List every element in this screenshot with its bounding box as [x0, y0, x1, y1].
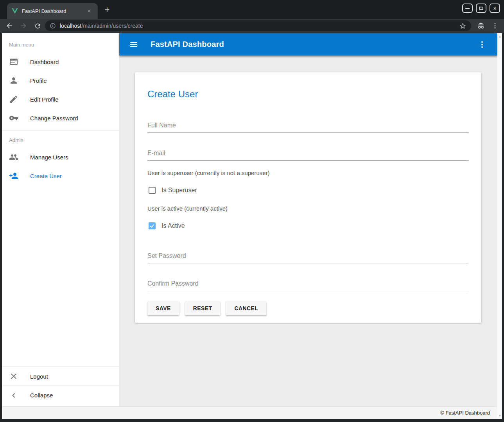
- sidebar-item-change-password[interactable]: Change Password: [2, 109, 119, 127]
- sidebar-item-create-user[interactable]: Create User: [2, 166, 119, 185]
- checkbox-label: Is Active: [161, 222, 185, 229]
- tab-close-icon[interactable]: ×: [85, 7, 93, 15]
- back-icon[interactable]: [5, 21, 14, 30]
- app-bar: FastAPI Dashboard: [119, 33, 497, 55]
- page-footer: © FastAPI Dashboard: [2, 406, 497, 419]
- person-add-icon: [9, 171, 18, 181]
- new-tab-button[interactable]: +: [102, 5, 113, 16]
- copyright-text: © FastAPI Dashboard: [440, 410, 490, 416]
- sidebar-item-label: Create User: [30, 173, 62, 179]
- page-info-icon[interactable]: [50, 23, 56, 29]
- sidebar-item-label: Dashboard: [30, 59, 59, 65]
- sidebar-bottom: Logout Collapse: [2, 367, 119, 406]
- checkbox-checked-icon[interactable]: [149, 222, 156, 229]
- sidebar-section-label-main-menu: Main menu: [2, 33, 119, 52]
- checkbox-label: Is Superuser: [161, 187, 197, 194]
- minimize-button[interactable]: [462, 4, 473, 13]
- maximize-button[interactable]: [476, 4, 486, 13]
- sidebar-item-manage-users[interactable]: Manage Users: [2, 148, 119, 166]
- incognito-icon: [477, 21, 485, 30]
- sidebar-menu: Main menu Dashboard Profile: [2, 33, 119, 367]
- bookmark-star-icon[interactable]: [459, 22, 466, 30]
- vertical-scrollbar[interactable]: ▲ ▼: [497, 33, 502, 419]
- people-icon: [9, 152, 18, 162]
- forward-icon[interactable]: [19, 21, 28, 30]
- is-superuser-checkbox[interactable]: Is Superuser: [147, 187, 469, 194]
- is-active-checkbox[interactable]: Is Active: [147, 222, 469, 229]
- browser-tab[interactable]: FastAPI Dashboard ×: [7, 3, 98, 19]
- checkbox-unchecked-icon[interactable]: [149, 187, 156, 194]
- page-title: Create User: [147, 89, 469, 100]
- sidebar-item-label: Change Password: [30, 115, 78, 122]
- sidebar-item-label: Edit Profile: [30, 96, 59, 103]
- sidebar-item-collapse[interactable]: Collapse: [2, 386, 119, 404]
- sidebar-item-dashboard[interactable]: Dashboard: [2, 52, 119, 71]
- scroll-down-arrow-icon[interactable]: ▼: [497, 413, 502, 418]
- sidebar-item-edit-profile[interactable]: Edit Profile: [2, 90, 119, 109]
- sidebar-item-profile[interactable]: Profile: [2, 71, 119, 90]
- hamburger-menu-icon[interactable]: [129, 40, 138, 49]
- browser-window: FastAPI Dashboard × + ×: [0, 0, 504, 422]
- sidebar-item-label: Collapse: [30, 392, 53, 399]
- url-host: localhost: [60, 23, 81, 29]
- tab-title: FastAPI Dashboard: [22, 8, 85, 14]
- browser-menu-icon[interactable]: [491, 22, 499, 29]
- create-user-card: Create User User is superuser (currently…: [135, 72, 481, 323]
- dashboard-icon: [9, 57, 18, 66]
- window-controls: ×: [462, 4, 500, 13]
- app-bar-kebab-menu-icon[interactable]: [477, 40, 487, 49]
- url-text[interactable]: localhost/main/admin/users/create: [60, 23, 459, 29]
- person-icon: [9, 76, 18, 85]
- browser-toolbar: localhost/main/admin/users/create: [0, 19, 504, 33]
- confirm-password-field[interactable]: [147, 278, 469, 291]
- pencil-icon: [9, 95, 18, 104]
- vue-favicon-icon: [12, 8, 18, 14]
- close-icon: [9, 372, 18, 381]
- sidebar-item-label: Logout: [30, 373, 48, 380]
- save-button[interactable]: SAVE: [147, 301, 179, 315]
- form-buttons: SAVE RESET CANCEL: [147, 301, 469, 315]
- set-password-field[interactable]: [147, 250, 469, 263]
- sidebar-item-label: Manage Users: [30, 154, 68, 161]
- browser-tab-strip: FastAPI Dashboard × + ×: [0, 0, 504, 19]
- address-bar[interactable]: localhost/main/admin/users/create: [45, 20, 471, 31]
- app-bar-title: FastAPI Dashboard: [151, 40, 224, 49]
- reload-icon[interactable]: [33, 21, 42, 30]
- full-name-field[interactable]: [147, 120, 469, 133]
- close-window-button[interactable]: ×: [490, 4, 500, 13]
- superuser-hint: User is superuser (currently is not a su…: [147, 170, 469, 176]
- scroll-up-arrow-icon[interactable]: ▲: [497, 34, 502, 39]
- reset-button[interactable]: RESET: [185, 301, 221, 315]
- sidebar: Main menu Dashboard Profile: [2, 33, 119, 406]
- active-hint: User is active (currently active): [147, 205, 469, 212]
- key-icon: [9, 113, 18, 123]
- page-body: Main menu Dashboard Profile: [2, 33, 502, 419]
- email-field[interactable]: [147, 148, 469, 161]
- chevron-left-icon: [9, 391, 18, 400]
- cancel-button[interactable]: CANCEL: [226, 301, 266, 315]
- toolbar-right-icons: [477, 20, 499, 31]
- sidebar-item-logout[interactable]: Logout: [2, 367, 119, 386]
- main-content: Create User User is superuser (currently…: [120, 55, 497, 406]
- url-path: /main/admin/users/create: [81, 23, 143, 29]
- sidebar-section-label-admin: Admin: [2, 131, 119, 148]
- sidebar-item-label: Profile: [30, 77, 47, 84]
